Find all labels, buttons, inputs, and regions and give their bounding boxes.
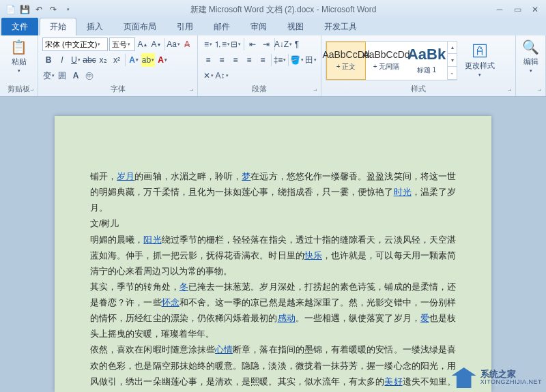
link-time[interactable]: 时光 [394, 187, 412, 197]
title-bar: 📄 💾 ↶ ↷ 新建 Microsoft Word 文档 (2).docx - … [0, 0, 546, 19]
window-controls: ─ ▭ ✕ [493, 4, 542, 15]
link-happy[interactable]: 快乐 [304, 251, 322, 260]
link-feel[interactable]: 感动 [278, 314, 296, 323]
indent-dec-icon[interactable]: ⇤ [246, 37, 259, 51]
group-label-styles: 样式 [326, 83, 511, 95]
change-styles-button[interactable]: 🄰 更改样式 ▾ [462, 42, 498, 79]
change-case-icon[interactable]: Aa [167, 37, 179, 51]
link-winter[interactable]: 冬 [179, 282, 188, 292]
border-char-icon[interactable]: 囲 [56, 69, 68, 82]
watermark-icon [452, 367, 476, 388]
para-5[interactable]: 依然，喜欢在闲暇时随意涂抹些心情断章，落在指间的墨锦，有着暖暖的安恬。一缕浅绿是… [90, 342, 456, 392]
group-label-editing [520, 93, 541, 95]
undo-icon[interactable]: ↶ [33, 3, 45, 16]
sort-icon[interactable]: A↓Z [277, 37, 289, 51]
para-1[interactable]: 铺开，岁月的画轴，水湄之畔，聆听，梦在远方，悠悠化作一缕馨香。盈盈浅笑间，将这一… [90, 169, 456, 216]
link-mood[interactable]: 心情 [215, 345, 233, 355]
asian-layout2-icon[interactable]: A↕ [216, 69, 228, 82]
align-right-icon[interactable]: ≡ [229, 53, 242, 67]
italic-icon[interactable]: I [56, 53, 68, 67]
asian-layout-icon[interactable]: ✕ [202, 69, 214, 82]
align-left-icon[interactable]: ≡ [202, 53, 214, 67]
qat-customize-icon[interactable] [61, 3, 74, 16]
clear-format-icon[interactable]: A̶ [181, 37, 193, 51]
link-sun[interactable]: 阳光 [143, 235, 161, 245]
font-size-combo[interactable]: 五号 [109, 37, 135, 51]
link-love[interactable]: 爱 [420, 314, 429, 323]
ribbon: 📋 粘贴 ▾ 剪贴板 宋体 (中文正文) 五号 A▲ A▼ Aa A̶ B [0, 35, 546, 97]
enclose-char-icon[interactable]: ㊥ [83, 69, 96, 82]
tab-references[interactable]: 引用 [167, 18, 203, 35]
para-4[interactable]: 其实，季节的转角处，冬已掩去一抹葱茏。岁月深处，打捞起的素色诗笺，铺成的是柔情，… [90, 280, 456, 343]
page[interactable]: 铺开，岁月的画轴，水湄之畔，聆听，梦在远方，悠悠化作一缕馨香。盈盈浅笑间，将这一… [55, 116, 491, 392]
tab-mailings[interactable]: 邮件 [203, 18, 240, 35]
group-label-font: 字体 [42, 83, 193, 95]
group-label-paragraph: 段落 [202, 83, 317, 95]
group-label-clipboard: 剪贴板 [4, 83, 33, 95]
group-font: 宋体 (中文正文) 五号 A▲ A▼ Aa A̶ B I U abc x₂ x² [38, 35, 198, 96]
para-3[interactable]: 明媚的晨曦，阳光绕过季节的栅栏，轻轻落在指尖，透过十指的缝隙看天，云淡风轻，天空… [90, 232, 456, 280]
tab-home[interactable]: 开始 [40, 18, 76, 35]
gallery-scroll[interactable]: ▴▾⌄ [447, 42, 457, 80]
bullets-icon[interactable]: ≡ [202, 37, 214, 51]
tab-review[interactable]: 审阅 [240, 18, 277, 35]
paste-button[interactable]: 📋 粘贴 ▾ [8, 37, 30, 75]
style-normal[interactable]: AaBbCcDd + 正文 [326, 42, 366, 80]
line-spacing-icon[interactable]: ‡≡ [274, 53, 286, 67]
link-years[interactable]: 岁月 [117, 172, 134, 181]
watermark-name: 系统之家 [480, 370, 542, 379]
paste-label: 粘贴 [12, 57, 27, 67]
style-heading1[interactable]: AaBk 标题 1 [407, 42, 446, 80]
link-dream[interactable]: 梦 [242, 172, 250, 181]
tab-layout[interactable]: 页面布局 [113, 18, 167, 35]
find-button[interactable]: 🔍 编辑 ▾ [520, 37, 542, 75]
char-shading-icon[interactable]: A [70, 69, 82, 82]
align-justify-icon[interactable]: ≡ [243, 53, 255, 67]
restore-icon[interactable]: ▭ [511, 4, 524, 15]
phonetic-icon[interactable]: 变 [42, 69, 55, 82]
group-paragraph: ≡ ⒈≡ ⊟ ⇤ ⇥ A↓Z ¶ ≡ ≡ ≡ ≡ ≡ ‡≡ [198, 35, 321, 96]
minimize-icon[interactable]: ─ [493, 4, 506, 15]
subscript-icon[interactable]: x₂ [97, 53, 109, 67]
document-area[interactable]: 铺开，岁月的画轴，水湄之畔，聆听，梦在远方，悠悠化作一缕馨香。盈盈浅笑间，将这一… [0, 97, 546, 392]
align-center-icon[interactable]: ≡ [216, 53, 228, 67]
link-miss[interactable]: 怀念 [162, 298, 179, 307]
group-styles: AaBbCcDd + 正文 AaBbCcDd + 无间隔 AaBk 标题 1 ▴… [321, 35, 516, 96]
tab-file[interactable]: 文件 [1, 18, 38, 35]
highlight-icon[interactable]: ab [141, 53, 155, 67]
superscript-icon[interactable]: x² [111, 53, 123, 67]
watermark-url: XITONGZHIJIA.NET [480, 379, 542, 386]
tab-developer[interactable]: 开发工具 [314, 18, 367, 35]
font-name-combo[interactable]: 宋体 (中文正文) [42, 37, 108, 51]
para-2[interactable]: 文/树儿 [90, 216, 456, 232]
redo-icon[interactable]: ↷ [47, 3, 59, 16]
tab-view[interactable]: 视图 [277, 18, 314, 35]
numbering-icon[interactable]: ⒈≡ [216, 37, 228, 51]
find-icon: 🔍 [523, 39, 539, 55]
show-marks-icon[interactable]: ¶ [291, 37, 303, 51]
ribbon-tabs: 文件 开始 插入 页面布局 引用 邮件 审阅 视图 开发工具 [0, 19, 546, 35]
change-styles-icon: 🄰 [472, 43, 488, 59]
group-editing: 🔍 编辑 ▾ [516, 35, 546, 96]
shading-icon[interactable]: 🪣 [291, 53, 303, 67]
quick-access-toolbar: 📄 💾 ↶ ↷ [4, 3, 74, 16]
style-nospacing[interactable]: AaBbCcDd + 无间隔 [367, 42, 406, 80]
indent-inc-icon[interactable]: ⇥ [260, 37, 272, 51]
close-icon[interactable]: ✕ [528, 4, 542, 15]
font-color-icon[interactable]: A [156, 53, 169, 67]
window-title: 新建 Microsoft Word 文档 (2).docx - Microsof… [74, 4, 493, 16]
grow-font-icon[interactable]: A▲ [136, 37, 149, 51]
align-distribute-icon[interactable]: ≡ [257, 53, 269, 67]
tab-insert[interactable]: 插入 [76, 18, 113, 35]
style-gallery[interactable]: AaBbCcDd + 正文 AaBbCcDd + 无间隔 AaBk 标题 1 ▴… [326, 41, 457, 80]
save-icon[interactable]: 💾 [18, 3, 31, 16]
text-effects-icon[interactable]: A [128, 53, 140, 67]
borders-icon[interactable]: 田 [304, 53, 317, 67]
shrink-font-icon[interactable]: A▼ [150, 37, 162, 51]
multilevel-icon[interactable]: ⊟ [229, 37, 242, 51]
link-good[interactable]: 美好 [384, 377, 402, 387]
word-icon[interactable]: 📄 [4, 3, 16, 16]
bold-icon[interactable]: B [42, 53, 55, 67]
strike-icon[interactable]: abc [83, 53, 96, 67]
underline-icon[interactable]: U [70, 53, 82, 67]
